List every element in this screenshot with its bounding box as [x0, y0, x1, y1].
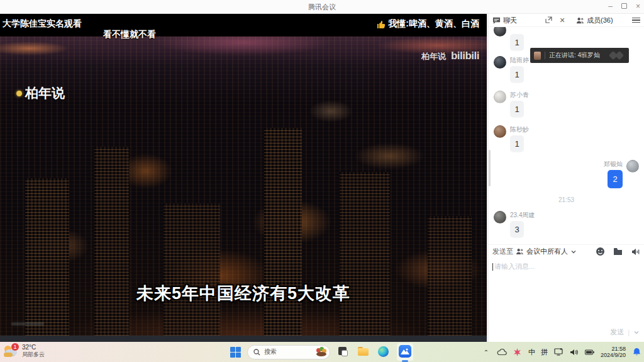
battery-icon[interactable] [585, 347, 595, 357]
chat-message: 23.4周建3 [494, 211, 639, 237]
speaker-avatar [534, 52, 541, 60]
search-icon [253, 349, 260, 356]
weather-widget[interactable]: 1 32°C 局部多云 [4, 344, 45, 358]
message-bubble: 2 [608, 170, 623, 188]
shared-screen-video[interactable]: 大学陈佳宝实名观看 看不懂就不看 我懂:啤酒、黄酒、白酒 柏年说 bilibil… [0, 14, 487, 342]
maximize-button[interactable] [621, 3, 627, 9]
meeting-logo-watermark [609, 50, 625, 60]
sender-name: 郑银灿 [604, 160, 623, 167]
edge-browser-button[interactable] [377, 345, 391, 359]
close-button[interactable]: × [636, 2, 640, 11]
corner-watermark [11, 322, 44, 325]
chat-panel: 聊天 ✕ 成员(36) 1陆雨婷1苏小青1陈秒妙1郑银灿221:5323.4周建… [489, 14, 644, 342]
close-chat-icon[interactable]: ✕ [558, 16, 566, 24]
message-bubble: 3 [510, 221, 524, 237]
text-caret [492, 263, 493, 271]
chat-timestamp: 21:53 [494, 196, 639, 203]
building-silhouette [428, 216, 472, 336]
message-bubble: 1 [510, 101, 524, 117]
avatar[interactable] [494, 27, 506, 37]
menu-icon[interactable] [632, 18, 640, 23]
send-options-chevron-icon[interactable] [634, 330, 639, 335]
emoji-icon[interactable] [596, 247, 605, 256]
file-explorer-button[interactable] [357, 345, 370, 359]
building-silhouette [164, 203, 220, 336]
onedrive-cloud-icon[interactable] [497, 347, 507, 357]
weather-icon: 1 [4, 344, 19, 358]
send-bar: 发送至 会议中所有人 [489, 244, 644, 258]
minimize-button[interactable]: – [608, 2, 613, 11]
building-silhouette [25, 178, 69, 336]
chat-message: 1 [494, 27, 639, 50]
building-silhouette [94, 147, 129, 336]
video-control-strip [0, 336, 487, 342]
sender-name: 23.4周建 [510, 211, 535, 218]
window-title: 腾讯会议 [0, 3, 644, 12]
bilibili-logo: bilibili [451, 50, 479, 62]
chat-message: 苏小青1 [494, 91, 639, 117]
notification-bell-icon[interactable] [631, 347, 641, 357]
divider [545, 52, 545, 59]
tray-overflow-chevron-icon[interactable]: ⌃ [481, 347, 491, 357]
chevron-down-icon[interactable] [571, 249, 576, 254]
popout-icon[interactable] [545, 16, 552, 24]
thumbs-up-icon [377, 20, 386, 28]
weather-temp: 32°C [22, 344, 45, 351]
cast-display-icon[interactable] [553, 347, 564, 357]
viewer-watermark-text: 大学陈佳宝实名观看 [3, 18, 82, 30]
chat-scrollbar[interactable] [489, 150, 491, 186]
sender-name: 苏小青 [510, 91, 529, 98]
window-titlebar: 腾讯会议 – × [0, 0, 644, 14]
chat-bubble-icon [492, 16, 501, 25]
danmaku-comment: 看不懂就不看 [103, 29, 156, 40]
start-button[interactable] [230, 347, 241, 358]
volume-icon[interactable] [569, 347, 579, 357]
channel-tag: 柏年说 [16, 84, 65, 102]
message-bubble: 1 [510, 135, 524, 152]
chat-header: 聊天 ✕ 成员(36) [489, 14, 644, 27]
send-to-selector[interactable]: 会议中所有人 [526, 247, 568, 256]
avatar[interactable] [494, 211, 506, 223]
message-bubble: 1 [510, 34, 524, 50]
audience-icon [516, 248, 524, 255]
message-bubble: 1 [510, 66, 524, 82]
search-box[interactable]: 搜索 [247, 345, 330, 359]
chat-message: 陈秒妙1 [494, 125, 639, 152]
taskbar-clock[interactable]: 21:58 2024/9/20 [601, 346, 626, 358]
avatar[interactable] [494, 91, 506, 103]
notification-badge: 1 [11, 343, 19, 351]
weather-desc: 局部多云 [22, 351, 45, 358]
tab-chat[interactable]: 聊天 [492, 16, 517, 25]
sender-name: 陈秒妙 [510, 125, 529, 133]
clock-date: 2024/9/20 [601, 352, 626, 358]
send-button[interactable]: 发送 [610, 327, 624, 337]
tencent-meeting-icon [399, 345, 411, 358]
input-placeholder: 请输入消息... [494, 263, 535, 270]
tencent-meeting-taskbar-button[interactable] [397, 343, 413, 361]
building-silhouette [340, 172, 390, 336]
search-placeholder: 搜索 [264, 348, 312, 356]
divider: | [628, 329, 630, 336]
avatar[interactable] [494, 56, 506, 69]
channel-watermark: 柏年说 bilibili [421, 50, 479, 62]
speaking-indicator: 正在讲话: 4班罗灿 [530, 48, 629, 63]
ime-mode-indicator[interactable]: 拼 [541, 348, 548, 357]
clock-time: 21:58 [601, 346, 626, 352]
sender-name: 陆雨婷 [510, 56, 529, 64]
announcement-icon[interactable] [631, 247, 640, 256]
voice-assistant-icon[interactable] [513, 347, 523, 357]
file-icon[interactable] [613, 247, 623, 256]
ime-language-indicator[interactable]: 中 [528, 348, 535, 357]
avatar[interactable] [494, 125, 506, 138]
bullet-dot-icon [16, 91, 22, 96]
send-to-label: 发送至 [492, 247, 513, 256]
message-input[interactable]: 请输入消息... [489, 258, 644, 327]
tencent-meeting-window: 腾讯会议 – × 大学陈佳宝实名观看 看不懂就不看 我懂:啤酒、黄酒、白酒 柏年… [0, 0, 644, 362]
tab-members[interactable]: 成员(36) [576, 16, 613, 25]
danmaku-comment-liked: 我懂:啤酒、黄酒、白酒 [377, 18, 479, 30]
avatar[interactable] [626, 160, 639, 173]
chat-message: 郑银灿2 [494, 160, 639, 188]
members-icon [576, 16, 584, 25]
windows-taskbar: 1 32°C 局部多云 搜索 [0, 342, 644, 362]
task-view-button[interactable] [336, 345, 350, 359]
